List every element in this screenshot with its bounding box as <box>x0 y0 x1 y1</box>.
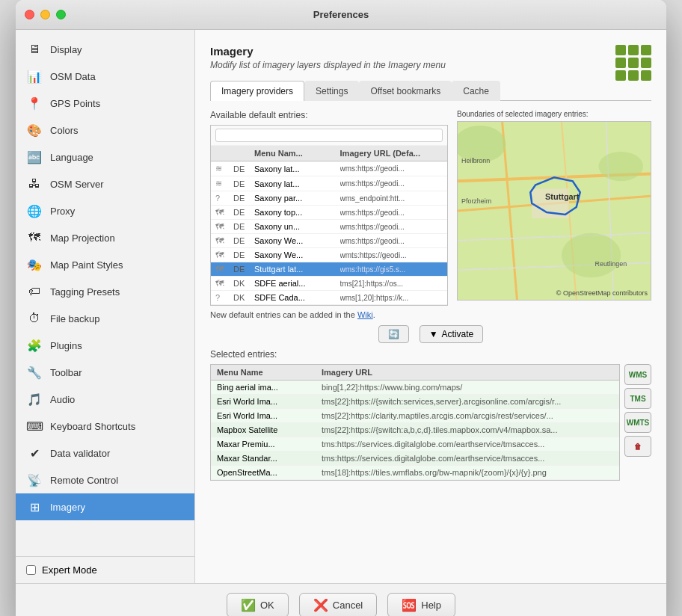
wiki-note: New default entries can be added in the … <box>210 310 448 319</box>
sidebar-item-osm-server[interactable]: 🖧OSM Server <box>16 170 194 197</box>
tab-cache[interactable]: Cache <box>452 81 500 101</box>
main-content: 🖥Display📊OSM Data📍GPS Points🎨Colors🔤Lang… <box>16 30 666 583</box>
selected-row[interactable]: Mapbox Satellitetms[22]:https://{switch:… <box>211 423 619 437</box>
map-svg: Stuttgart Heilbronn Pforzheim Reutlingen <box>458 122 651 300</box>
th-menu-name: Menu Nam... <box>254 149 340 158</box>
selected-row[interactable]: Esri World Ima...tms[22]:https://{switch… <box>211 395 619 409</box>
add-tms-button[interactable]: TMS <box>624 388 651 409</box>
sidebar-label-toolbar: Toolbar <box>50 367 82 378</box>
sidebar-scroll: 🖥Display📊OSM Data📍GPS Points🎨Colors🔤Lang… <box>16 30 194 556</box>
wiki-link[interactable]: Wiki <box>357 310 373 319</box>
available-row[interactable]: 🗺DKSDFE aerial...tms[21]:https://os... <box>211 277 447 291</box>
remote-control-icon: 📡 <box>26 472 43 488</box>
sidebar-item-keyboard-shortcuts[interactable]: ⌨Keyboard Shortcuts <box>16 413 194 440</box>
row-menu-name: SDFE Cada... <box>254 293 340 302</box>
available-row[interactable]: 🗺DESaxony top...wms:https://geodi... <box>211 206 447 220</box>
search-row <box>211 126 447 146</box>
selected-row[interactable]: Maxar Standar...tms:https://services.dig… <box>211 452 619 466</box>
available-row[interactable]: ?DKSDFE Cada...wms[1,20]:https://k... <box>211 291 447 305</box>
ok-icon: ✅ <box>241 598 256 612</box>
expert-mode-checkbox[interactable] <box>26 565 36 575</box>
sidebar-item-map-paint-styles[interactable]: 🎭Map Paint Styles <box>16 251 194 278</box>
sidebar-item-audio[interactable]: 🎵Audio <box>16 386 194 413</box>
sel-menu-name: Maxar Standar... <box>217 454 322 463</box>
activate-area: 🔄 ▼ Activate <box>210 319 651 349</box>
selected-table-wrap: Menu Name Imagery URL Bing aerial ima...… <box>210 364 620 481</box>
sidebar-item-display[interactable]: 🖥Display <box>16 36 194 63</box>
data-validator-icon: ✔ <box>26 445 43 461</box>
available-row[interactable]: 🗺DESaxony We...wms:https://geodi... <box>211 234 447 248</box>
sidebar-item-plugins[interactable]: 🧩Plugins <box>16 332 194 359</box>
selected-rows: Bing aerial ima...bing[1,22]:https://www… <box>211 381 619 480</box>
expert-mode-label: Expert Mode <box>42 564 97 576</box>
sidebar-item-gps-points[interactable]: 📍GPS Points <box>16 90 194 117</box>
available-row[interactable]: ?DESaxony par...wms_endpoint:htt... <box>211 191 447 206</box>
ok-button[interactable]: ✅ OK <box>227 593 289 616</box>
selected-section: Menu Name Imagery URL Bing aerial ima...… <box>210 364 651 481</box>
selected-row[interactable]: Esri World Ima...tms[22]:https://clarity… <box>211 409 619 423</box>
sel-imagery-url: tms[22]:https://{switch:a,b,c,d}.tiles.m… <box>322 425 613 434</box>
minimize-button[interactable] <box>40 10 50 19</box>
available-table-header: Menu Nam... Imagery URL (Defa... <box>211 146 447 161</box>
sidebar-item-toolbar[interactable]: 🔧Toolbar <box>16 359 194 386</box>
selected-row[interactable]: OpenStreetMa...tms[18]:https://tiles.wmf… <box>211 466 619 480</box>
row-imagery-url: wms:https://geodi... <box>340 223 443 231</box>
add-wms-button[interactable]: WMS <box>624 364 651 385</box>
sidebar-item-map-projection[interactable]: 🗺Map Projection <box>16 224 194 251</box>
row-menu-name: Saxony top... <box>254 208 340 217</box>
available-row[interactable]: 🗺DEStuttgart lat...wms:https://gis5.s... <box>211 262 447 277</box>
available-row[interactable]: 🗺DESaxony We...wmts:https://geodi... <box>211 248 447 262</box>
tab-imagery-providers[interactable]: Imagery providers <box>210 81 304 101</box>
grid-icon <box>615 45 651 81</box>
sidebar-label-audio: Audio <box>50 394 75 405</box>
sidebar-item-remote-control[interactable]: 📡Remote Control <box>16 466 194 493</box>
available-row[interactable]: 🗺DESaxony un...wms:https://geodi... <box>211 220 447 234</box>
tab-settings[interactable]: Settings <box>304 81 359 101</box>
sel-imagery-url: tms:https://services.digitalglobe.com/ea… <box>322 454 613 463</box>
row-type-icon: 🗺 <box>215 265 233 274</box>
sidebar: 🖥Display📊OSM Data📍GPS Points🎨Colors🔤Lang… <box>16 30 195 583</box>
tab-offset-bookmarks[interactable]: Offset bookmarks <box>359 81 452 101</box>
sidebar-item-tagging-presets[interactable]: 🏷Tagging Presets <box>16 278 194 305</box>
activate-button[interactable]: ▼ Activate <box>420 325 484 343</box>
help-button[interactable]: 🆘 Help <box>387 593 455 616</box>
colors-icon: 🎨 <box>26 122 43 138</box>
row-country-code: DE <box>233 208 254 217</box>
refresh-button[interactable]: 🔄 <box>378 325 409 343</box>
sel-menu-name: OpenStreetMa... <box>217 468 322 477</box>
sidebar-item-osm-data[interactable]: 📊OSM Data <box>16 63 194 90</box>
svg-point-9 <box>599 152 644 182</box>
sel-imagery-url: tms[18]:https://tiles.wmflabs.org/bw-map… <box>322 468 613 477</box>
available-row[interactable]: ≋DESaxony lat...wms:https://geodi... <box>211 176 447 191</box>
sidebar-item-data-validator[interactable]: ✔Data validator <box>16 440 194 466</box>
svg-point-10 <box>562 233 621 278</box>
sidebar-label-osm-data: OSM Data <box>50 71 96 82</box>
row-type-icon: 🗺 <box>215 222 233 231</box>
sel-menu-name: Esri World Ima... <box>217 397 322 406</box>
row-menu-name: Stuttgart lat... <box>254 265 340 274</box>
traffic-lights <box>25 10 66 19</box>
audio-icon: 🎵 <box>26 391 43 407</box>
row-country-code: DE <box>233 236 254 245</box>
selected-row[interactable]: Bing aerial ima...bing[1,22]:https://www… <box>211 381 619 395</box>
add-wmts-button[interactable]: WMTS <box>624 412 651 433</box>
selected-row[interactable]: Maxar Premiu...tms:https://services.digi… <box>211 437 619 452</box>
row-imagery-url: tms[21]:https://os... <box>340 280 443 288</box>
sidebar-item-imagery[interactable]: ⊞Imagery <box>16 493 194 520</box>
sidebar-item-colors[interactable]: 🎨Colors <box>16 117 194 144</box>
sel-imagery-url: bing[1,22]:https://www.bing.com/maps/ <box>322 383 613 392</box>
maximize-button[interactable] <box>56 10 66 19</box>
search-input[interactable] <box>215 129 443 142</box>
delete-button[interactable]: 🗑 <box>624 436 651 457</box>
sel-imagery-url: tms[22]:https://clarity.maptiles.arcgis.… <box>322 411 613 420</box>
map-preview: Stuttgart Heilbronn Pforzheim Reutlingen… <box>457 121 651 301</box>
sidebar-item-file-backup[interactable]: ⏱File backup <box>16 305 194 332</box>
sidebar-item-language[interactable]: 🔤Language <box>16 144 194 170</box>
ok-label: OK <box>260 600 274 611</box>
cancel-button[interactable]: ❌ Cancel <box>299 593 377 616</box>
th-cc <box>233 149 254 158</box>
sidebar-item-proxy[interactable]: 🌐Proxy <box>16 197 194 224</box>
available-row[interactable]: ≋DESaxony lat...wms:https://geodi... <box>211 161 447 176</box>
close-button[interactable] <box>25 10 34 19</box>
sidebar-label-display: Display <box>50 44 82 55</box>
